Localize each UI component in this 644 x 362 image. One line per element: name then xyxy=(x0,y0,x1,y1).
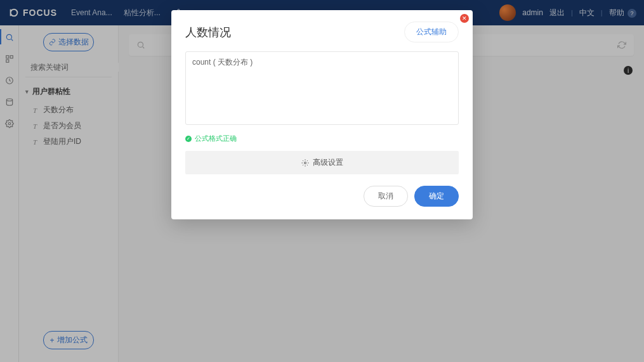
close-icon[interactable]: ✕ xyxy=(460,14,469,23)
validation-text: 公式格式正确 xyxy=(195,134,237,143)
check-icon: ✓ xyxy=(185,136,192,142)
advanced-settings-button[interactable]: 高级设置 xyxy=(185,151,459,174)
formula-input[interactable] xyxy=(185,51,459,125)
modal-header: 人数情况 公式辅助 xyxy=(185,22,459,42)
confirm-button[interactable]: 确定 xyxy=(414,186,459,207)
advanced-label: 高级设置 xyxy=(313,157,343,168)
modal-actions: 取消 确定 xyxy=(185,186,459,207)
validation-message: ✓ 公式格式正确 xyxy=(185,134,459,143)
formula-modal: ✕ 人数情况 公式辅助 ✓ 公式格式正确 高级设置 取消 确定 xyxy=(171,10,473,219)
gear-icon xyxy=(301,159,309,167)
modal-title: 人数情况 xyxy=(185,25,231,40)
svg-point-9 xyxy=(304,162,306,164)
cancel-button[interactable]: 取消 xyxy=(364,186,408,207)
formula-helper-button[interactable]: 公式辅助 xyxy=(404,22,459,42)
